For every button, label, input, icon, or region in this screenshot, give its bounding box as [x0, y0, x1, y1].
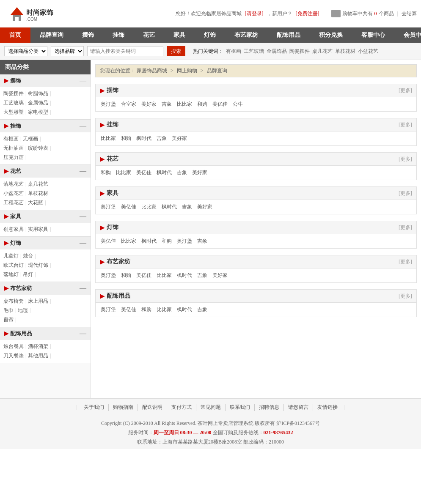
brand-g-jixiang[interactable]: 吉象	[157, 135, 167, 142]
register-link[interactable]: [免费注册]	[296, 10, 319, 17]
more-dengshi[interactable]: [更多]	[399, 224, 412, 231]
brand-p-aotingbao[interactable]: 奥汀堡	[101, 306, 116, 313]
nav-item-brand[interactable]: 品牌查询	[30, 27, 73, 43]
link-chuangyi-jiaju[interactable]: 创意家具	[3, 225, 24, 234]
collapse-guashi-icon[interactable]: —	[80, 122, 86, 130]
brand-h-bibi[interactable]: 比比家	[116, 169, 131, 176]
nav-item-peishi[interactable]: 配饰用品	[267, 27, 310, 43]
link-shiyong-jiaju[interactable]: 实用家具	[28, 225, 48, 234]
link-xiaopenhuayi[interactable]: 小盆花艺	[3, 189, 24, 198]
nav-item-huiyuan[interactable]: 会员中心	[394, 27, 421, 43]
brand-d-jixiang[interactable]: 吉象	[197, 238, 207, 245]
collapse-buyi-icon[interactable]: —	[80, 285, 86, 292]
collapse-jiaju-icon[interactable]: —	[80, 213, 86, 220]
brand-d-aotingbao[interactable]: 奥汀堡	[177, 238, 192, 245]
brand-h-jixiang[interactable]: 吉象	[177, 169, 187, 176]
collapse-baishi-icon[interactable]: —	[80, 77, 86, 85]
link-chuangshang[interactable]: 床上用品	[28, 296, 48, 306]
more-baishi[interactable]: [更多]	[399, 87, 412, 94]
link-zhutai-canju[interactable]: 烛台餐具	[3, 342, 24, 351]
footer-link-feedback[interactable]: 请您留言	[284, 404, 313, 411]
brand-b-meihao[interactable]: 美好家	[212, 272, 228, 279]
brand-aotingbao[interactable]: 奥汀堡	[101, 101, 116, 108]
nav-item-kefu[interactable]: 客服中心	[352, 27, 394, 43]
search-button[interactable]: 搜索	[167, 46, 185, 56]
brand-g-fengshidai[interactable]: 枫时代	[136, 135, 151, 142]
brand-j-aotingbao[interactable]: 奥汀堡	[101, 203, 116, 211]
brand-bibijiia[interactable]: 比比家	[177, 101, 192, 108]
link-binfen-zhongbiao[interactable]: 缤纷钟表	[28, 143, 48, 153]
link-luodideng[interactable]: 落地灯	[3, 270, 19, 279]
hot-keyword-5[interactable]: 桌几花艺	[312, 48, 333, 55]
brand-heshijia[interactable]: 合室家	[121, 101, 136, 108]
brand-j-jixiang[interactable]: 吉象	[182, 203, 192, 211]
nav-item-jifen[interactable]: 积分兑换	[310, 27, 352, 43]
footer-link-payment[interactable]: 支付方式	[167, 404, 196, 411]
nav-item-buyi[interactable]: 布艺家纺	[225, 27, 267, 43]
link-danzhi[interactable]: 单枝花材	[28, 189, 48, 198]
link-wukuanghua[interactable]: 无框画	[23, 134, 38, 143]
more-buyi[interactable]: [更多]	[399, 258, 412, 266]
sidebar-cat-title-baishi[interactable]: ▶摆饰 —	[0, 74, 91, 87]
breadcrumb-home[interactable]: 家居饰品商城	[137, 68, 167, 74]
brand-h-hegou[interactable]: 和购	[101, 169, 111, 176]
brand-d-bibi[interactable]: 比比家	[121, 238, 136, 245]
collapse-peishi-icon[interactable]: —	[80, 330, 86, 337]
nav-item-guashi[interactable]: 挂饰	[103, 27, 134, 43]
search-input[interactable]	[87, 46, 163, 56]
link-zhuo-huayi[interactable]: 桌几花艺	[28, 179, 48, 189]
link-maojin[interactable]: 毛巾	[3, 306, 14, 315]
sidebar-cat-title-peishi[interactable]: ▶配饰用品 —	[0, 327, 91, 340]
hot-keyword-1[interactable]: 有框画	[226, 48, 241, 55]
brand-b-aotingbao[interactable]: 奥汀堡	[101, 272, 116, 279]
collapse-dengshi-icon[interactable]: —	[80, 239, 86, 247]
more-jiaju[interactable]: [更多]	[399, 190, 412, 197]
more-huayi[interactable]: [更多]	[399, 156, 412, 163]
link-jinshu[interactable]: 金属饰品	[28, 98, 48, 107]
brand-j-fengshidai[interactable]: 枫时代	[162, 203, 177, 211]
hot-keyword-2[interactable]: 工艺玻璃	[244, 48, 264, 55]
brand-p-bibi[interactable]: 比比家	[157, 306, 172, 313]
sidebar-cat-title-guashi[interactable]: ▶挂饰 —	[0, 120, 91, 132]
footer-link-delivery[interactable]: 配送说明	[138, 404, 167, 411]
link-yakeliqihua[interactable]: 压克力画	[3, 153, 24, 162]
footer-link-friends[interactable]: 友情链接	[313, 404, 342, 411]
footer-link-faq[interactable]: 常见问题	[196, 404, 226, 411]
link-oushi-taideng[interactable]: 欧式台灯	[3, 260, 24, 270]
link-jiubei[interactable]: 酒杯酒架	[28, 342, 48, 351]
sidebar-cat-title-huayi[interactable]: ▶花艺 —	[0, 165, 91, 178]
brand-p-fengshidai[interactable]: 枫时代	[177, 306, 192, 313]
link-daxing[interactable]: 大型雕塑	[3, 107, 24, 117]
link-youkuanghua[interactable]: 有框画	[3, 134, 19, 143]
link-wukuang-youhua[interactable]: 无框油画	[3, 143, 24, 153]
brand-h-meiyijia[interactable]: 美亿佳	[136, 169, 151, 176]
brand-p-meiyijia[interactable]: 美亿佳	[121, 306, 136, 313]
brand-g-meihao[interactable]: 美好家	[172, 135, 187, 142]
hot-keyword-6[interactable]: 单枝花材	[335, 48, 355, 55]
link-diaoddeng[interactable]: 吊灯	[23, 270, 33, 279]
brand-p-hegou[interactable]: 和购	[141, 306, 151, 313]
link-chuanglian[interactable]: 窗帘	[3, 315, 14, 324]
brand-gongniu[interactable]: 公牛	[233, 101, 243, 108]
brand-d-fengshidai[interactable]: 枫时代	[141, 238, 157, 245]
brand-d-meiyijia[interactable]: 美亿佳	[101, 238, 116, 245]
login-link[interactable]: [请登录]	[245, 10, 264, 17]
brand-b-jixiang[interactable]: 吉象	[197, 272, 207, 279]
link-ertongdeng[interactable]: 儿童灯	[3, 251, 19, 260]
brand-select[interactable]: 选择品牌	[51, 46, 84, 56]
link-gongyi-boli[interactable]: 工艺玻璃	[3, 98, 24, 107]
sidebar-cat-title-jiaju[interactable]: ▶家具 —	[0, 210, 91, 223]
link-zhuobu[interactable]: 桌布椅套	[3, 296, 24, 306]
brand-j-bibi[interactable]: 比比家	[141, 203, 157, 211]
collapse-huayi-icon[interactable]: —	[80, 167, 86, 175]
link-shuzhi[interactable]: 树脂饰品	[28, 89, 48, 98]
brand-h-fengshidai[interactable]: 枫时代	[157, 169, 172, 176]
brand-p-jixiang[interactable]: 吉象	[197, 306, 207, 313]
sidebar-cat-title-dengshi[interactable]: ▶灯饰 —	[0, 237, 91, 249]
nav-item-jiaju[interactable]: 家具	[164, 27, 195, 43]
link-xiandai-dengshi[interactable]: 现代灯饰	[28, 260, 48, 270]
brand-d-hegou[interactable]: 和购	[162, 238, 172, 245]
category-select[interactable]: 选择商品分类	[4, 46, 47, 56]
more-guashi[interactable]: [更多]	[399, 121, 412, 129]
brand-b-fengshidai[interactable]: 枫时代	[177, 272, 192, 279]
